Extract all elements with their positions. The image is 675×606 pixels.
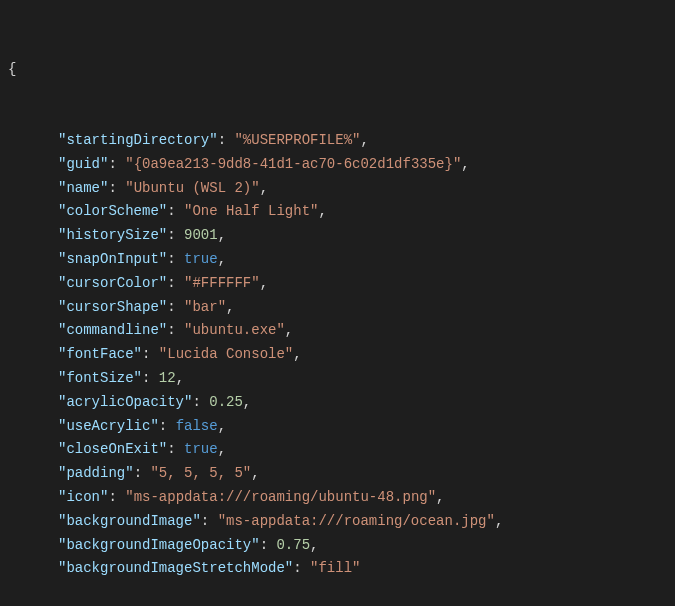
json-colon: : bbox=[108, 489, 125, 505]
json-comma: , bbox=[226, 299, 234, 315]
json-value: "fill" bbox=[310, 560, 360, 576]
json-colon: : bbox=[218, 132, 235, 148]
json-value: true bbox=[184, 441, 218, 457]
json-property-line: "colorScheme": "One Half Light", bbox=[8, 200, 667, 224]
json-key: "padding" bbox=[58, 465, 134, 481]
json-key: "historySize" bbox=[58, 227, 167, 243]
json-key: "cursorShape" bbox=[58, 299, 167, 315]
json-colon: : bbox=[167, 441, 184, 457]
json-value: "Lucida Console" bbox=[159, 346, 293, 362]
json-colon: : bbox=[167, 203, 184, 219]
json-key: "backgroundImageOpacity" bbox=[58, 537, 260, 553]
json-key: "commandline" bbox=[58, 322, 167, 338]
json-value: "%USERPROFILE%" bbox=[234, 132, 360, 148]
json-property-line: "snapOnInput": true, bbox=[8, 248, 667, 272]
json-colon: : bbox=[134, 465, 151, 481]
json-property-line: "name": "Ubuntu (WSL 2)", bbox=[8, 177, 667, 201]
json-comma: , bbox=[436, 489, 444, 505]
json-comma: , bbox=[218, 441, 226, 457]
json-property-line: "startingDirectory": "%USERPROFILE%", bbox=[8, 129, 667, 153]
json-key: "backgroundImageStretchMode" bbox=[58, 560, 293, 576]
json-property-line: "backgroundImageStretchMode": "fill" bbox=[8, 557, 667, 581]
json-key: "useAcrylic" bbox=[58, 418, 159, 434]
json-key: "colorScheme" bbox=[58, 203, 167, 219]
json-comma: , bbox=[495, 513, 503, 529]
json-comma: , bbox=[218, 418, 226, 434]
json-comma: , bbox=[461, 156, 469, 172]
json-value: false bbox=[176, 418, 218, 434]
json-colon: : bbox=[167, 227, 184, 243]
json-key: "cursorColor" bbox=[58, 275, 167, 291]
json-key: "guid" bbox=[58, 156, 108, 172]
json-colon: : bbox=[167, 299, 184, 315]
json-comma: , bbox=[285, 322, 293, 338]
json-colon: : bbox=[201, 513, 218, 529]
json-colon: : bbox=[293, 560, 310, 576]
json-colon: : bbox=[167, 275, 184, 291]
json-key: "acrylicOpacity" bbox=[58, 394, 192, 410]
json-colon: : bbox=[167, 251, 184, 267]
json-colon: : bbox=[159, 418, 176, 434]
json-key: "backgroundImage" bbox=[58, 513, 201, 529]
json-comma: , bbox=[218, 251, 226, 267]
json-comma: , bbox=[318, 203, 326, 219]
json-property-line: "icon": "ms-appdata:///roaming/ubuntu-48… bbox=[8, 486, 667, 510]
json-properties: "startingDirectory": "%USERPROFILE%","gu… bbox=[8, 129, 667, 581]
json-key: "name" bbox=[58, 180, 108, 196]
json-comma: , bbox=[260, 275, 268, 291]
json-value: "ms-appdata:///roaming/ocean.jpg" bbox=[218, 513, 495, 529]
json-value: "Ubuntu (WSL 2)" bbox=[125, 180, 259, 196]
json-value: "bar" bbox=[184, 299, 226, 315]
json-property-line: "useAcrylic": false, bbox=[8, 415, 667, 439]
json-property-line: "historySize": 9001, bbox=[8, 224, 667, 248]
json-colon: : bbox=[108, 180, 125, 196]
json-colon: : bbox=[192, 394, 209, 410]
json-property-line: "backgroundImageOpacity": 0.75, bbox=[8, 534, 667, 558]
json-value: true bbox=[184, 251, 218, 267]
open-brace: { bbox=[8, 61, 16, 77]
json-value: "{0a9ea213-9dd8-41d1-ac70-6c02d1df335e}" bbox=[125, 156, 461, 172]
json-value: 0.25 bbox=[209, 394, 243, 410]
json-value: "ms-appdata:///roaming/ubuntu-48.png" bbox=[125, 489, 436, 505]
json-comma: , bbox=[243, 394, 251, 410]
json-colon: : bbox=[108, 156, 125, 172]
json-colon: : bbox=[142, 346, 159, 362]
json-comma: , bbox=[176, 370, 184, 386]
json-value: 12 bbox=[159, 370, 176, 386]
json-property-line: "cursorShape": "bar", bbox=[8, 296, 667, 320]
json-comma: , bbox=[293, 346, 301, 362]
json-comma: , bbox=[218, 227, 226, 243]
json-comma: , bbox=[251, 465, 259, 481]
json-value: 0.75 bbox=[276, 537, 310, 553]
json-value: "5, 5, 5, 5" bbox=[150, 465, 251, 481]
json-key: "fontSize" bbox=[58, 370, 142, 386]
json-comma: , bbox=[310, 537, 318, 553]
json-key: "fontFace" bbox=[58, 346, 142, 362]
json-colon: : bbox=[142, 370, 159, 386]
json-code-block[interactable]: { "startingDirectory": "%USERPROFILE%","… bbox=[8, 10, 667, 606]
json-colon: : bbox=[167, 322, 184, 338]
json-property-line: "backgroundImage": "ms-appdata:///roamin… bbox=[8, 510, 667, 534]
json-key: "closeOnExit" bbox=[58, 441, 167, 457]
json-property-line: "padding": "5, 5, 5, 5", bbox=[8, 462, 667, 486]
json-key: "startingDirectory" bbox=[58, 132, 218, 148]
json-property-line: "acrylicOpacity": 0.25, bbox=[8, 391, 667, 415]
json-property-line: "closeOnExit": true, bbox=[8, 438, 667, 462]
json-property-line: "guid": "{0a9ea213-9dd8-41d1-ac70-6c02d1… bbox=[8, 153, 667, 177]
json-property-line: "fontFace": "Lucida Console", bbox=[8, 343, 667, 367]
json-comma: , bbox=[360, 132, 368, 148]
json-comma: , bbox=[260, 180, 268, 196]
json-value: 9001 bbox=[184, 227, 218, 243]
json-key: "icon" bbox=[58, 489, 108, 505]
json-property-line: "cursorColor": "#FFFFFF", bbox=[8, 272, 667, 296]
json-key: "snapOnInput" bbox=[58, 251, 167, 267]
json-value: "#FFFFFF" bbox=[184, 275, 260, 291]
json-value: "One Half Light" bbox=[184, 203, 318, 219]
json-value: "ubuntu.exe" bbox=[184, 322, 285, 338]
json-property-line: "fontSize": 12, bbox=[8, 367, 667, 391]
json-property-line: "commandline": "ubuntu.exe", bbox=[8, 319, 667, 343]
json-colon: : bbox=[260, 537, 277, 553]
